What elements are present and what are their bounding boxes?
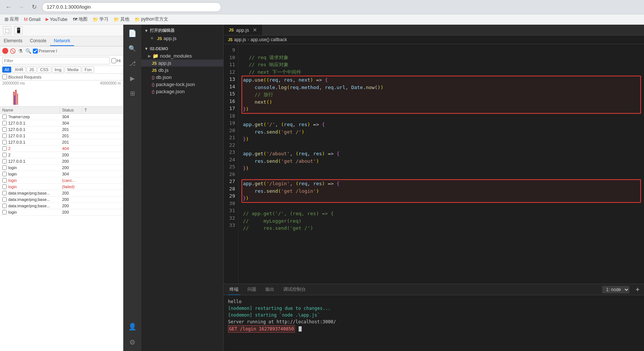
bookmark-study[interactable]: 📁 学习 — [93, 16, 108, 22]
close-icon[interactable]: ✕ — [150, 36, 155, 41]
network-row[interactable]: data:image/png;base... 200 — [0, 190, 123, 196]
terminal-tab-debug[interactable]: 调试控制台 — [282, 284, 307, 295]
sidebar-item-appjs[interactable]: JS app.js — [141, 59, 223, 67]
network-row[interactable]: ?name=zep 304 — [0, 114, 123, 120]
network-row[interactable]: data:image/png;base... 200 — [0, 203, 123, 209]
hide-data-checkbox[interactable] — [111, 58, 116, 63]
filter-xhr[interactable]: XHR — [12, 67, 26, 73]
activity-settings[interactable]: ⚙ — [125, 335, 139, 350]
activity-extensions[interactable]: ⊞ — [125, 86, 139, 100]
filter-css[interactable]: CSS — [37, 67, 51, 73]
network-row[interactable]: 2 404 — [0, 146, 123, 152]
chevron-down-icon-2: ▼ — [144, 46, 148, 51]
activity-git[interactable]: ⎇ — [125, 56, 139, 70]
folder-icon-sidebar: 📁 — [152, 53, 158, 59]
activity-debug[interactable]: ▶ — [125, 71, 139, 85]
editor-tab-bar: JS app.js ✕ — [224, 25, 644, 36]
tab-network[interactable]: Network — [50, 36, 74, 46]
code-line-29: }) — [243, 195, 640, 202]
record-button[interactable] — [2, 48, 8, 54]
network-row[interactable]: login 304 — [0, 171, 123, 177]
activity-files[interactable]: 📄 — [125, 26, 139, 40]
nav-forward-button[interactable]: → — [16, 2, 26, 12]
apps-icon: ⊞ — [4, 16, 9, 22]
editor-tab-appjs[interactable]: JS app.js ✕ — [224, 25, 263, 35]
devtools-tab-bar: Elements Console Network — [0, 36, 123, 46]
terminal-tab-output[interactable]: 输出 — [264, 284, 276, 295]
tab-elements[interactable]: Elements — [0, 36, 26, 46]
terminal-select[interactable]: 1: node — [602, 286, 629, 293]
sidebar-item-appjs-open[interactable]: ✕ JS app.js — [141, 35, 223, 42]
filter-font[interactable]: Fon — [82, 67, 94, 73]
sidebar-item-dbjson[interactable]: {} db.json — [141, 74, 223, 81]
terminal-tab-terminal[interactable]: 终端 — [228, 284, 240, 295]
code-line-28: res.send('get /login') — [243, 187, 640, 195]
filter-all[interactable]: All — [2, 67, 11, 73]
bookmark-maps[interactable]: 🗺 地图 — [73, 16, 87, 22]
filter-toggle-button[interactable]: ⚗ — [17, 48, 24, 54]
tab-close-icon[interactable]: ✕ — [253, 27, 257, 33]
network-row[interactable]: 127.0.0.1 201 — [0, 126, 123, 133]
filter-media[interactable]: Media — [65, 67, 81, 73]
chevron-right-icon: ▶ — [148, 54, 151, 58]
breadcrumb-separator: › — [247, 37, 249, 42]
terminal-add-button[interactable]: + — [635, 286, 640, 293]
sidebar-item-dbjs[interactable]: JS db.js — [141, 67, 223, 74]
js-breadcrumb-icon: JS — [228, 38, 232, 42]
activity-search[interactable]: 🔍 — [125, 41, 139, 55]
network-row[interactable]: 127.0.0.1 200 — [0, 158, 123, 165]
terminal-tab-problems[interactable]: 问题 — [246, 284, 258, 295]
folder-icon-2: 📁 — [114, 17, 119, 22]
network-row[interactable]: login 200 — [0, 209, 123, 216]
address-bar[interactable]: 127.0.0.1:3000/login — [42, 2, 221, 12]
code-line-16: next() — [243, 98, 640, 106]
sidebar-item-packagejson[interactable]: {} package.json — [141, 88, 223, 95]
folder-icon-1: 📁 — [93, 17, 98, 22]
nav-reload-button[interactable]: ↻ — [29, 2, 39, 12]
clear-button[interactable]: 🚫 — [9, 48, 16, 54]
activity-bar: 📄 🔍 ⎇ ▶ ⊞ 👤 ⚙ — [123, 25, 141, 351]
open-editors-header[interactable]: ▼ 打开的编辑器 — [141, 26, 223, 35]
network-row[interactable]: 2 200 — [0, 152, 123, 158]
network-row[interactable]: login 200 — [0, 165, 123, 171]
code-content[interactable]: // req 请求对象 // res 响应对象 // next 下一个中间件 a… — [238, 44, 644, 284]
code-line-26 — [243, 172, 640, 180]
sidebar-item-packagelockjson[interactable]: {} package-lock.json — [141, 81, 223, 88]
devtools-device-toggle[interactable]: 📱 — [14, 26, 22, 34]
activity-account[interactable]: 👤 — [125, 320, 139, 334]
code-line-31: // app.get('/', (req, res) => { — [243, 210, 640, 217]
bookmark-python[interactable]: 📁 python官方文 — [135, 16, 168, 22]
network-row[interactable]: login (failed) — [0, 184, 123, 190]
bookmark-other[interactable]: 📁 其他 — [114, 16, 129, 22]
network-row[interactable]: 127.0.0.1 304 — [0, 120, 123, 126]
bookmark-youtube[interactable]: ▶ YouTube — [46, 17, 67, 22]
network-row[interactable]: 127.0.0.1 201 — [0, 139, 123, 146]
blocked-requests-checkbox[interactable] — [2, 74, 7, 79]
network-row[interactable]: data:image/png;base... 200 — [0, 196, 123, 203]
tab-console[interactable]: Console — [26, 36, 50, 46]
project-header[interactable]: ▼ 02-DEMO — [141, 45, 223, 52]
network-row[interactable]: login (canc... — [0, 177, 123, 184]
json-icon-dbjson: {} — [152, 75, 154, 80]
network-row[interactable]: 127.0.0.1 201 — [0, 133, 123, 139]
preserve-log-checkbox[interactable] — [33, 49, 38, 54]
browser-page: ⬚ 📱 Elements Console Network 🚫 ⚗ 🔍 Prese… — [0, 25, 123, 351]
svg-rect-2 — [14, 95, 15, 105]
devtools-element-selector[interactable]: ⬚ — [3, 26, 11, 34]
preserve-log-label[interactable]: Preserve l — [33, 49, 57, 54]
filter-js[interactable]: JS — [27, 67, 37, 73]
bookmark-apps[interactable]: ⊞ 应用 — [4, 16, 19, 22]
filter-input[interactable] — [2, 57, 110, 64]
json-icon-packagelock: {} — [152, 82, 154, 87]
terminal-content[interactable]: hello [nodemon] restarting due to change… — [224, 295, 644, 351]
sidebar-item-node-modules[interactable]: ▶ 📁 node_modules — [141, 52, 223, 59]
code-editor[interactable]: 9 10 11 12 13 14 15 16 17 18 19 20 21 22… — [224, 44, 644, 284]
code-line-22 — [243, 143, 640, 150]
filter-img[interactable]: Img — [52, 67, 64, 73]
terminal-tab-bar: 终端 问题 输出 调试控制台 1: node + — [224, 284, 644, 295]
bookmark-gmail[interactable]: M Gmail — [24, 17, 40, 22]
nav-back-button[interactable]: ← — [4, 2, 13, 12]
search-button[interactable]: 🔍 — [25, 48, 32, 54]
chevron-down-icon: ▼ — [144, 28, 148, 33]
code-line-9 — [243, 46, 640, 54]
